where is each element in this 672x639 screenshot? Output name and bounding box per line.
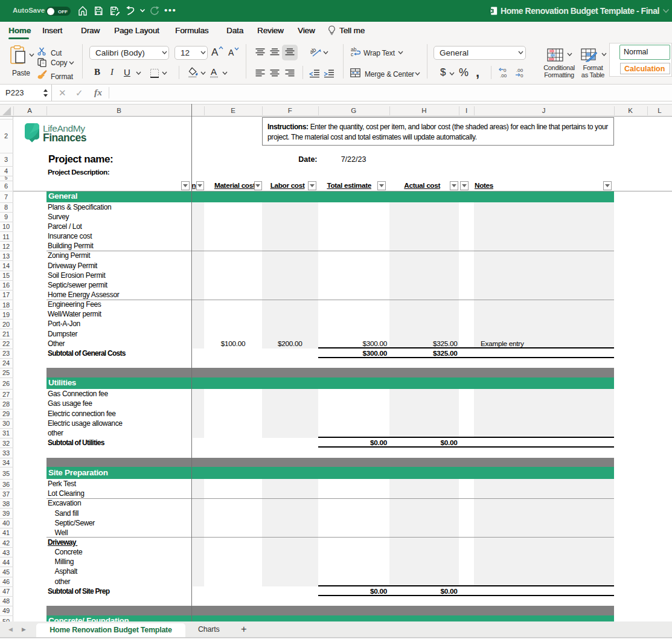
svg-text:0: 0 xyxy=(504,68,507,73)
svg-text:.00: .00 xyxy=(500,73,507,78)
svg-text:ab: ab xyxy=(310,47,318,56)
svg-text:0: 0 xyxy=(520,73,523,78)
svg-text:.00: .00 xyxy=(516,68,523,73)
